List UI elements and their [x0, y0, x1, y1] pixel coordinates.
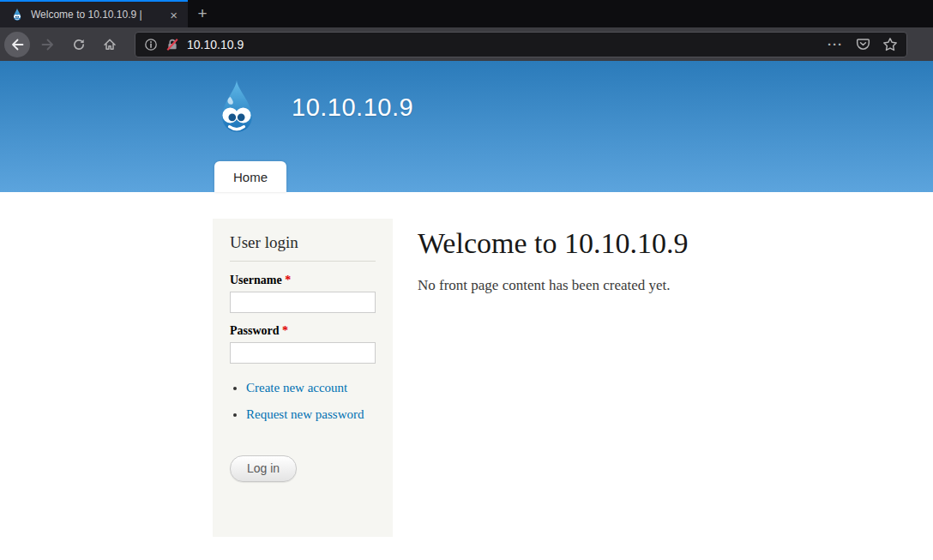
password-input[interactable]: [230, 342, 376, 364]
login-links-list: Create new account Request new password: [246, 379, 376, 425]
tab-title: Welcome to 10.10.10.9 |: [31, 9, 163, 21]
main-column: Welcome to 10.10.10.9 No front page cont…: [418, 219, 688, 294]
list-item: Create new account: [246, 379, 376, 398]
username-label-text: Username: [230, 274, 282, 286]
reload-button[interactable]: [66, 32, 92, 57]
content-area: User login Username * Password * Create …: [0, 192, 933, 537]
forward-arrow-icon: [41, 38, 55, 51]
page-viewport: 10.10.10.9 Home User login Username * Pa…: [0, 61, 933, 537]
list-item: Request new password: [246, 406, 376, 425]
page-info-icon[interactable]: [144, 38, 158, 51]
home-icon: [103, 38, 117, 51]
page-actions-icon[interactable]: ···: [828, 37, 843, 52]
url-text: 10.10.10.9: [187, 38, 816, 51]
forward-button[interactable]: [35, 32, 61, 57]
password-label: Password *: [230, 324, 376, 338]
empty-front-page-message: No front page content has been created y…: [418, 277, 688, 294]
password-form-item: Password *: [230, 324, 376, 364]
insecure-lock-icon[interactable]: [166, 38, 179, 51]
menu-item-home[interactable]: Home: [214, 161, 286, 192]
new-tab-button[interactable]: +: [188, 0, 217, 27]
request-password-link[interactable]: Request new password: [246, 407, 364, 421]
required-marker: *: [282, 324, 288, 337]
log-in-button[interactable]: Log in: [230, 455, 297, 482]
main-menu: Home: [214, 161, 286, 192]
required-marker: *: [285, 274, 291, 286]
user-login-block: User login Username * Password * Create …: [213, 219, 393, 537]
pocket-icon[interactable]: [855, 37, 870, 52]
browser-toolbar: 10.10.10.9 ···: [0, 27, 933, 61]
page-title: Welcome to 10.10.10.9: [418, 227, 688, 260]
tab-close-icon[interactable]: ×: [166, 7, 181, 23]
site-branding[interactable]: 10.10.10.9: [210, 78, 413, 136]
back-button[interactable]: [4, 32, 30, 57]
browser-tab-bar: Welcome to 10.10.10.9 | × +: [0, 0, 933, 27]
reload-icon: [72, 38, 86, 51]
username-label: Username *: [230, 274, 376, 287]
browser-tab-active[interactable]: Welcome to 10.10.10.9 | ×: [0, 0, 188, 27]
home-button[interactable]: [97, 32, 123, 57]
bookmark-star-icon[interactable]: [882, 37, 898, 52]
create-account-link[interactable]: Create new account: [246, 381, 347, 394]
drupal-favicon-icon: [10, 8, 24, 21]
site-header: 10.10.10.9 Home: [0, 61, 933, 192]
username-form-item: Username *: [230, 274, 376, 313]
username-input[interactable]: [230, 292, 376, 313]
site-name[interactable]: 10.10.10.9: [292, 93, 413, 122]
drupal-logo-icon: [210, 78, 263, 136]
url-bar[interactable]: 10.10.10.9 ···: [135, 32, 907, 57]
back-arrow-icon: [10, 38, 24, 51]
login-block-title: User login: [230, 233, 376, 262]
password-label-text: Password: [230, 324, 280, 337]
